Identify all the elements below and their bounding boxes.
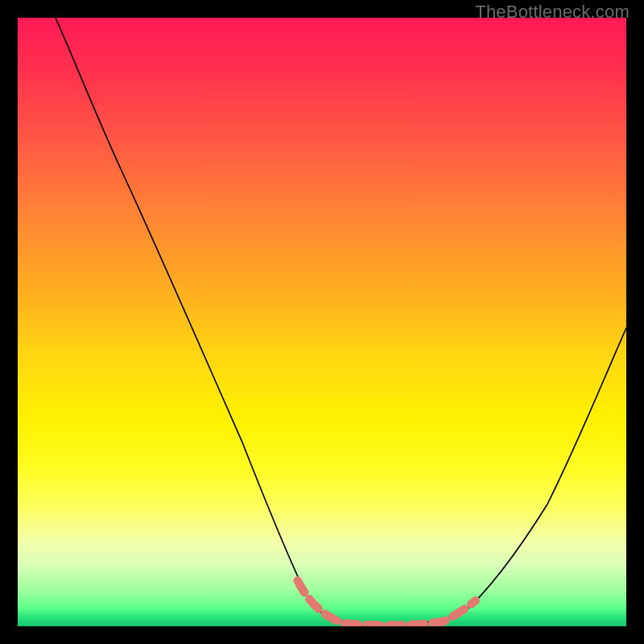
curve-layer xyxy=(18,18,626,626)
main-curve xyxy=(56,18,626,626)
highlight-curve xyxy=(298,580,476,625)
chart-container: TheBottleneck.com xyxy=(0,0,644,644)
plot-area xyxy=(18,18,626,626)
